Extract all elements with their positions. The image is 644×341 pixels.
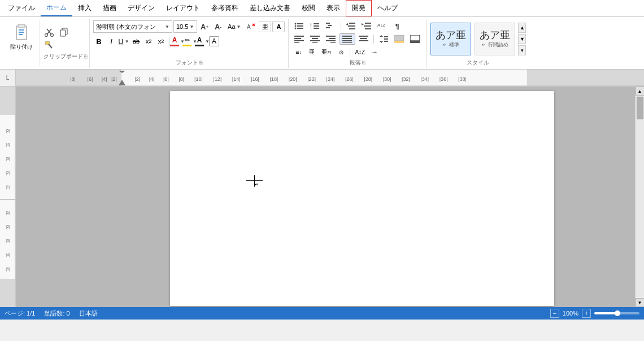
zoom-out-button[interactable]: − [550,309,559,318]
svg-rect-25 [314,25,319,27]
document-area[interactable]: ↵ [16,87,635,307]
menu-review[interactable]: 校閲 [296,0,321,16]
font-extra-2[interactable]: A [272,21,285,32]
clipboard-expand-icon[interactable]: ⎘ [84,54,87,59]
bold-button[interactable]: B [93,36,105,47]
sort-button[interactable]: A↓ Z [375,20,390,32]
scroll-thumb[interactable] [637,97,643,119]
bullet-list-button[interactable] [292,20,307,32]
font-shrink-button[interactable]: A- [212,21,224,32]
ruler-corner[interactable]: L [0,70,16,86]
styles-scroll-down[interactable]: ▼ [518,34,526,44]
indent-increase-button[interactable] [359,20,374,32]
copy-button[interactable] [57,27,71,38]
subscript-button[interactable]: x2 [143,36,154,47]
underline-button[interactable]: U ▼ [118,36,129,47]
menu-references[interactable]: 参考資料 [206,0,244,16]
scroll-track[interactable] [636,96,644,297]
align-left-button[interactable] [292,33,307,45]
show-marks-button[interactable]: ¶ [391,20,403,32]
paragraph-content: 1. 2. 3. [292,20,423,58]
menu-design[interactable]: デザイン [122,0,160,16]
font-grow-button[interactable]: A+ [198,21,211,32]
strikethrough-button[interactable]: ab [130,36,142,47]
style-line-spacing[interactable]: あア亜 ↵ 行間詰め [475,23,515,55]
char-shade-button[interactable]: A ▼ [197,36,208,47]
menu-view[interactable]: 表示 [321,0,346,16]
font-expand-icon[interactable]: ⎘ [199,60,202,66]
styles-content: あア亜 ↵ 標準 あア亜 ↵ 行間詰め ▲ ▼ ▾ [430,20,526,58]
distribute-button[interactable] [356,33,371,45]
styles-expand[interactable]: ▾ [518,45,526,55]
menu-file[interactable]: ファイル [2,0,41,16]
phonetic-button[interactable]: 亜ﾌﾘ [319,46,334,58]
svg-rect-3 [19,32,24,33]
styles-scroll-up[interactable]: ▲ [518,23,526,33]
svg-rect-28 [326,23,330,24]
svg-rect-19 [297,25,303,27]
font-size-dropdown[interactable]: 10.5 ▼ [173,20,197,33]
superscript-button[interactable]: x2 [155,36,167,47]
zoom-slider[interactable] [594,312,639,314]
shading-button[interactable] [392,33,407,45]
svg-rect-60 [359,40,368,41]
cut-button[interactable]: 切り取り [42,27,56,38]
multilevel-list-button[interactable] [324,20,338,32]
italic-button[interactable]: I [106,36,117,47]
menu-developer[interactable]: 開発 [346,0,372,16]
indent-decrease-button[interactable] [343,20,358,32]
menu-mailings[interactable]: 差し込み文書 [244,0,296,16]
highlight-button[interactable]: ✏ ▼ [184,36,195,47]
enclosed-chars-button[interactable]: ⊙ [335,46,347,58]
horizontal-ruler: |8| |6| |4| |2| |2| |4| |6| |8| |10| |12… [16,70,644,87]
font-size-arrow: ▼ [189,24,194,29]
style-standard[interactable]: あア亜 ↵ 標準 [430,23,471,55]
font-name-dropdown[interactable]: 游明朝 (本文のフォン ▼ [93,20,172,33]
format-painter-button[interactable] [42,39,56,50]
menu-help[interactable]: ヘルプ [372,0,403,16]
zoom-slider-thumb[interactable] [615,310,620,316]
scroll-down-button[interactable]: ▼ [636,298,645,307]
char-border-button[interactable]: A [209,36,219,46]
align-justify-button[interactable] [340,33,355,45]
line-spacing-button[interactable] [376,33,391,45]
scroll-up-button[interactable]: ▲ [636,87,645,96]
svg-rect-52 [326,40,336,41]
text-direction-button[interactable]: ≡↓ [292,46,304,58]
combine-chars-button[interactable]: 亜 [306,46,318,58]
numbered-list-button[interactable]: 1. 2. 3. [308,20,323,32]
document-page[interactable]: ↵ [170,91,554,306]
paste-label: 貼り付け [10,43,33,51]
svg-text:|14|: |14| [232,76,241,82]
sort2-button[interactable]: A↕Z [353,46,367,58]
para-sep2 [373,34,374,44]
align-right-button[interactable] [324,33,338,45]
word-count: 単語数: 0 [44,309,69,318]
change-case-button[interactable]: Aa▼ [225,21,243,32]
svg-text:|22|: |22| [307,76,316,82]
zoom-in-button[interactable]: + [582,309,591,318]
clear-format-button[interactable]: A [244,21,258,32]
shade-indicator: A [195,36,204,46]
svg-point-7 [45,34,48,37]
ribbon: 貼り付け 切り取り [0,17,644,70]
font-group-label: フォント ⎘ [93,59,285,67]
paste-button[interactable]: 貼り付け [7,21,36,53]
svg-text:|34|: |34| [420,76,429,82]
svg-text:|5|: |5| [6,128,10,133]
menu-layout[interactable]: レイアウト [160,0,206,16]
vertical-ruler-svg: |5| |4| |3| |2| |1| |1| |2| |3| |4| |5| [0,87,16,307]
font-extra-1[interactable]: 亜 [259,21,271,32]
menu-draw[interactable]: 描画 [97,0,122,16]
menu-insert[interactable]: 挿入 [72,0,97,16]
align-center-button[interactable] [308,33,323,45]
arrow-right-button[interactable]: → [368,46,381,58]
borders-button[interactable] [408,33,423,45]
svg-rect-55 [342,38,352,39]
copy-icon [59,28,68,37]
font-selector-row: 游明朝 (本文のフォン ▼ 10.5 ▼ A+ A- Aa▼ A [93,20,285,33]
font-color-button[interactable]: A ▼ [172,36,183,47]
font-color-indicator: A [170,36,179,46]
paragraph-expand-icon[interactable]: ⎘ [362,60,365,66]
menu-home[interactable]: ホーム [41,0,72,16]
